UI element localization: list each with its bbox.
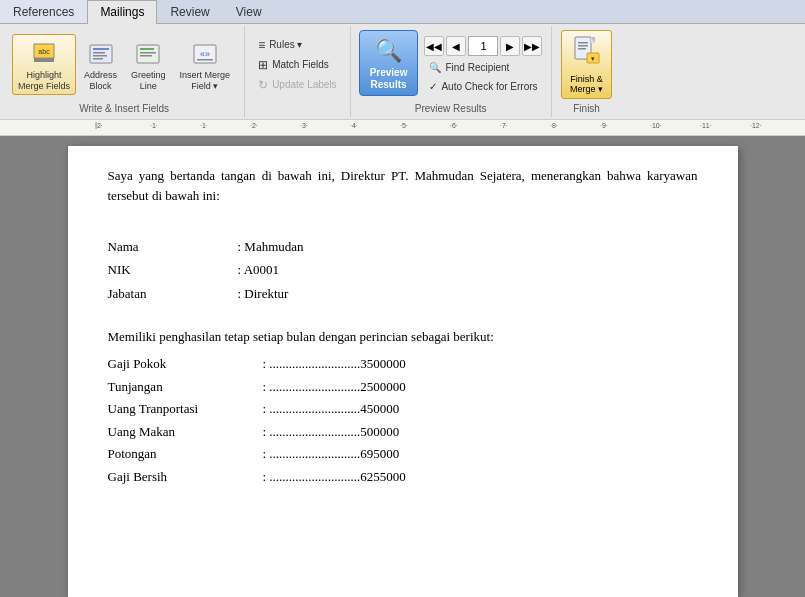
rules-buttons: ≡ Rules ▾ ⊞ Match Fields ↻ Update Labels xyxy=(253,30,342,113)
svg-rect-9 xyxy=(140,48,154,50)
svg-text:▾: ▾ xyxy=(591,55,595,62)
update-labels-button[interactable]: ↻ Update Labels xyxy=(253,76,342,94)
field-label-nama: Nama xyxy=(108,237,238,257)
salary-label-0: Gaji Pokok xyxy=(108,354,263,374)
svg-rect-7 xyxy=(93,58,103,60)
write-insert-buttons: abc HighlightMerge Fields AddressBlock G… xyxy=(12,30,236,113)
salary-row-5: Gaji Bersih : ..........................… xyxy=(108,467,698,487)
update-labels-icon: ↻ xyxy=(258,78,268,92)
rules-group: ≡ Rules ▾ ⊞ Match Fields ↻ Update Labels xyxy=(245,26,351,117)
salary-row-1: Tunjangan : ............................… xyxy=(108,377,698,397)
rules-small-buttons: ≡ Rules ▾ ⊞ Match Fields ↻ Update Labels xyxy=(253,36,342,94)
tab-references[interactable]: References xyxy=(0,0,87,23)
svg-rect-8 xyxy=(137,45,159,63)
address-block-button[interactable]: AddressBlock xyxy=(78,34,123,96)
field-value-nik: : A0001 xyxy=(238,260,698,280)
salary-label-2: Uang Tranportasi xyxy=(108,399,263,419)
salary-intro-paragraph: Memiliki penghasilan tetap setiap bulan … xyxy=(108,327,698,347)
greeting-line-button[interactable]: GreetingLine xyxy=(125,34,172,96)
address-icon xyxy=(85,38,117,70)
salary-dots-2: : ............................450000 xyxy=(263,399,698,419)
insert-merge-field-button[interactable]: «» Insert MergeField ▾ xyxy=(174,34,237,96)
find-recipient-button[interactable]: 🔍 Find Recipient xyxy=(424,60,542,75)
salary-dots-0: : ............................3500000 xyxy=(263,354,698,374)
tab-bar: References Mailings Review View xyxy=(0,0,805,24)
salary-row-4: Potongan : ............................6… xyxy=(108,444,698,464)
salary-row-0: Gaji Pokok : ...........................… xyxy=(108,354,698,374)
preview-results-label: PreviewResults xyxy=(370,67,408,91)
field-nama: Nama : Mahmudan xyxy=(108,237,698,257)
document-area: Saya yang bertanda tangan di bawah ini, … xyxy=(0,136,805,597)
write-insert-group: abc HighlightMerge Fields AddressBlock G… xyxy=(4,26,245,117)
write-insert-label: Write & Insert Fields xyxy=(4,103,244,114)
salary-label-3: Uang Makan xyxy=(108,422,263,442)
field-value-jabatan: : Direktur xyxy=(238,284,698,304)
record-number-input[interactable] xyxy=(468,36,498,56)
highlight-label: HighlightMerge Fields xyxy=(18,70,70,92)
salary-label-1: Tunjangan xyxy=(108,377,263,397)
preview-results-group-label: Preview Results xyxy=(351,103,551,114)
svg-rect-10 xyxy=(140,52,156,54)
tab-view[interactable]: View xyxy=(223,0,275,23)
rules-icon: ≡ xyxy=(258,38,265,52)
svg-rect-20 xyxy=(578,48,586,50)
address-block-label: AddressBlock xyxy=(84,70,117,92)
navigation-controls: ◀◀ ◀ ▶ ▶▶ xyxy=(424,32,542,56)
intro-paragraph: Saya yang bertanda tangan di bawah ini, … xyxy=(108,166,698,205)
salary-row-3: Uang Makan : ...........................… xyxy=(108,422,698,442)
field-jabatan: Jabatan : Direktur xyxy=(108,284,698,304)
finish-merge-button[interactable]: ▾ Finish &Merge ▾ xyxy=(561,30,612,99)
auto-check-button[interactable]: ✓ Auto Check for Errors xyxy=(424,79,542,94)
match-fields-icon: ⊞ xyxy=(258,58,268,72)
field-label-jabatan: Jabatan xyxy=(108,284,238,304)
salary-label-4: Potongan xyxy=(108,444,263,464)
rules-button[interactable]: ≡ Rules ▾ xyxy=(253,36,342,54)
svg-rect-6 xyxy=(93,55,107,57)
next-record-button[interactable]: ▶ xyxy=(500,36,520,56)
svg-rect-11 xyxy=(140,55,152,57)
first-record-button[interactable]: ◀◀ xyxy=(424,36,444,56)
salary-label-5: Gaji Bersih xyxy=(108,467,263,487)
highlight-merge-fields-button[interactable]: abc HighlightMerge Fields xyxy=(12,34,76,96)
tab-review[interactable]: Review xyxy=(157,0,222,23)
svg-text:abc: abc xyxy=(38,48,50,55)
svg-rect-1 xyxy=(34,58,54,62)
ribbon: References Mailings Review View abc High… xyxy=(0,0,805,120)
insert-merge-field-label: Insert MergeField ▾ xyxy=(180,70,231,92)
last-record-button[interactable]: ▶▶ xyxy=(522,36,542,56)
salary-dots-4: : ............................695000 xyxy=(263,444,698,464)
find-recipient-icon: 🔍 xyxy=(429,62,441,73)
finish-buttons: ▾ Finish &Merge ▾ xyxy=(561,30,612,113)
document-page: Saya yang bertanda tangan di bawah ini, … xyxy=(68,146,738,597)
finish-merge-label: Finish &Merge ▾ xyxy=(570,74,603,94)
ruler-content: | ·2· ·1· ·1· ·2· ·3· ·4· ·5· ·6· ·7· ·8… xyxy=(0,120,805,136)
greeting-line-label: GreetingLine xyxy=(131,70,166,92)
ruler: | ·2· ·1· ·1· ·2· ·3· ·4· ·5· ·6· ·7· ·8… xyxy=(0,120,805,136)
tab-mailings[interactable]: Mailings xyxy=(87,0,157,24)
preview-buttons: 🔍 PreviewResults ◀◀ ◀ ▶ ▶▶ 🔍 Find Recipi… xyxy=(359,30,543,113)
finish-group-label: Finish xyxy=(552,103,622,114)
field-value-nama: : Mahmudan xyxy=(238,237,698,257)
preview-icon: 🔍 xyxy=(373,35,405,67)
ribbon-toolbar: abc HighlightMerge Fields AddressBlock G… xyxy=(0,24,805,119)
svg-rect-5 xyxy=(93,52,105,54)
match-fields-button[interactable]: ⊞ Match Fields xyxy=(253,56,342,74)
insert-merge-icon: «» xyxy=(189,38,221,70)
preview-results-group: 🔍 PreviewResults ◀◀ ◀ ▶ ▶▶ 🔍 Find Recipi… xyxy=(351,26,552,117)
preview-results-button[interactable]: 🔍 PreviewResults xyxy=(359,30,419,96)
prev-record-button[interactable]: ◀ xyxy=(446,36,466,56)
svg-rect-4 xyxy=(93,48,109,50)
salary-dots-5: : ............................6255000 xyxy=(263,467,698,487)
svg-rect-18 xyxy=(578,42,588,44)
salary-row-2: Uang Tranportasi : .....................… xyxy=(108,399,698,419)
field-label-nik: NIK xyxy=(108,260,238,280)
finish-merge-icon: ▾ xyxy=(571,35,603,74)
greeting-icon xyxy=(132,38,164,70)
svg-rect-3 xyxy=(90,45,112,63)
finish-group: ▾ Finish &Merge ▾ Finish xyxy=(552,26,622,117)
highlight-icon: abc xyxy=(28,38,60,70)
svg-rect-19 xyxy=(578,45,588,47)
svg-text:«»: «» xyxy=(200,49,210,59)
salary-dots-3: : ............................500000 xyxy=(263,422,698,442)
svg-rect-14 xyxy=(197,59,213,61)
